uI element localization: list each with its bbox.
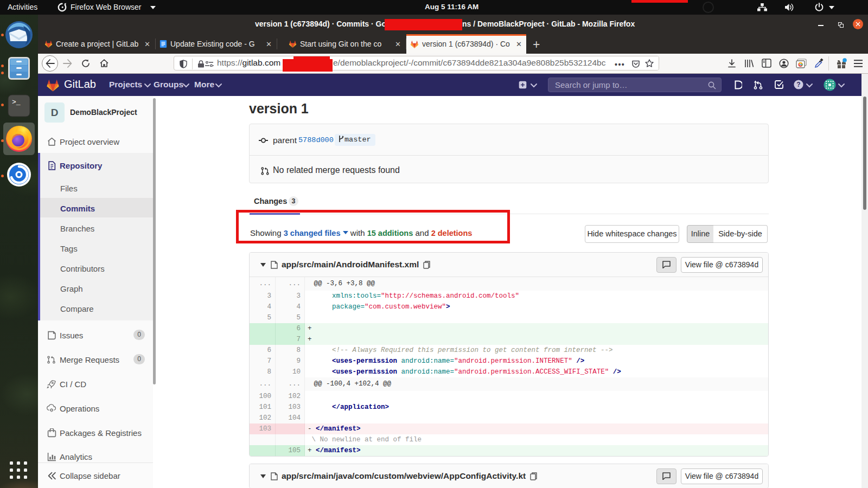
svg-text:?: ? xyxy=(796,81,800,88)
svg-text:>_: >_ xyxy=(12,98,21,106)
